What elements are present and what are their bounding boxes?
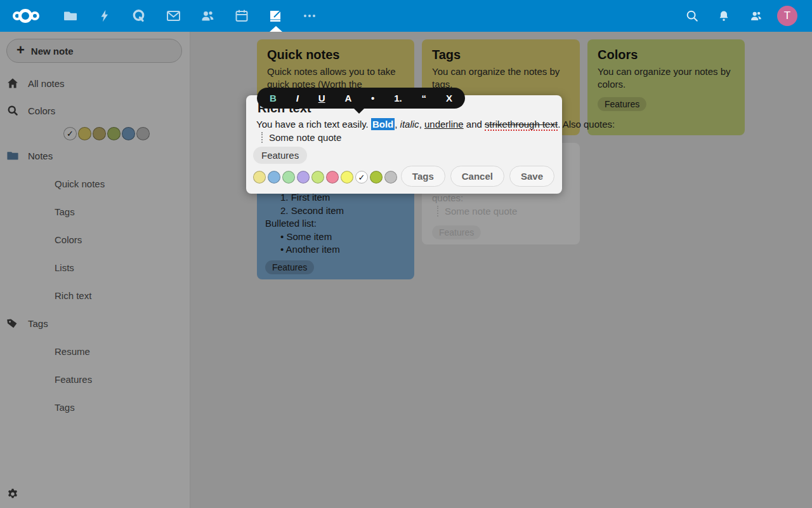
text-run: . Also quotes: <box>558 119 615 130</box>
italic-text: italic <box>400 119 419 130</box>
note-blockquote[interactable]: Some note quote <box>261 132 341 143</box>
logo-circle <box>30 11 39 20</box>
spellcheck-underline: strikethrough text <box>485 119 558 131</box>
note-color-swatches: ✓ <box>253 171 397 184</box>
color-swatch[interactable] <box>384 171 397 184</box>
strikethrough-text: strikethrough text <box>485 119 558 130</box>
nextcloud-logo-icon[interactable] <box>13 8 39 24</box>
active-app-indicator <box>270 26 282 32</box>
color-swatch[interactable] <box>253 171 266 184</box>
color-swatch-selected[interactable]: ✓ <box>355 171 368 184</box>
blockquote-button[interactable]: “ <box>422 88 427 109</box>
tags-button[interactable]: Tags <box>401 166 445 187</box>
save-button[interactable]: Save <box>509 166 554 187</box>
top-bar: T <box>0 0 812 32</box>
calendar-icon[interactable] <box>229 3 254 29</box>
clear-format-button[interactable]: X <box>446 88 452 109</box>
text-run: , <box>419 119 424 130</box>
text-run: , <box>395 119 400 130</box>
selected-bold-text: Bold <box>371 118 395 130</box>
bullet-list-button[interactable]: • <box>371 88 374 109</box>
color-swatch[interactable] <box>341 171 353 184</box>
ordered-list-button[interactable]: 1. <box>394 88 402 109</box>
more-apps-icon[interactable] <box>297 3 322 29</box>
color-swatch[interactable] <box>268 171 280 184</box>
avatar-initial: T <box>784 10 790 22</box>
contacts-icon[interactable] <box>195 3 220 29</box>
contacts-menu-icon[interactable] <box>743 3 768 29</box>
color-swatch[interactable] <box>370 171 383 184</box>
notes-icon[interactable] <box>263 3 288 29</box>
search-icon[interactable] <box>679 3 705 29</box>
heading-button[interactable]: A <box>344 88 351 109</box>
files-icon[interactable] <box>58 3 83 29</box>
color-swatch[interactable] <box>297 171 310 184</box>
mail-icon[interactable] <box>160 3 186 29</box>
search-app-icon[interactable] <box>126 3 152 29</box>
bold-button[interactable]: B <box>270 88 277 109</box>
color-swatch[interactable] <box>282 171 295 184</box>
activity-icon[interactable] <box>92 3 117 29</box>
edit-note-modal: Rich text B I U A • 1. “ X You have a ri… <box>246 95 562 194</box>
cancel-button[interactable]: Cancel <box>450 166 504 187</box>
underline-text: underline <box>424 119 464 130</box>
notifications-bell-icon[interactable] <box>711 3 737 29</box>
avatar[interactable]: T <box>777 6 797 26</box>
formatting-toolbar: B I U A • 1. “ X <box>257 88 465 109</box>
color-swatch[interactable] <box>311 171 324 184</box>
toolbar-pointer <box>353 108 365 114</box>
modal-actions: Tags Cancel Save <box>401 166 554 187</box>
italic-button[interactable]: I <box>296 88 299 109</box>
note-tag-chip[interactable]: Features <box>253 147 307 164</box>
color-swatch[interactable] <box>326 171 339 184</box>
rich-text-paragraph[interactable]: You have a rich text easily. Bold, itali… <box>256 119 615 130</box>
underline-button[interactable]: U <box>318 88 325 109</box>
text-run: You have a rich text easily. <box>256 119 371 130</box>
text-run: and <box>464 119 485 130</box>
